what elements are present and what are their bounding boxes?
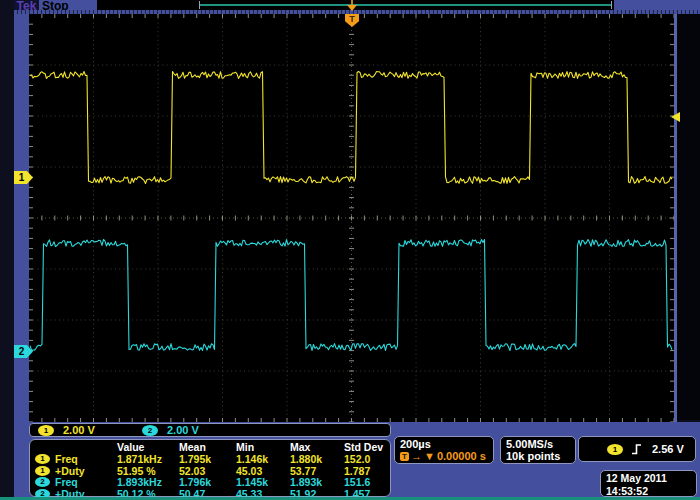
time-label: 14:53:52 (606, 485, 691, 498)
measurement-stddev: 152.0 (344, 453, 390, 465)
channel-1-badge: 1 (38, 425, 54, 436)
col-header-mean: Mean (179, 441, 236, 453)
right-margin-column (677, 14, 700, 420)
channel-scale-ch2: 22.00 V (142, 424, 238, 436)
oscilloscope-screen: Tek Stop 1 2 T 12.00 V22.00 V Value Mean… (0, 0, 700, 500)
measurement-name: Freq (55, 476, 78, 488)
measurement-min: 45.03 (236, 465, 290, 477)
measurement-name: Freq (55, 453, 78, 465)
datetime-box: 12 May 2011 14:53:52 (600, 470, 697, 497)
measurement-stddev: 151.6 (344, 476, 390, 488)
trigger-level-value: 2.56 V (652, 443, 684, 455)
channel-2-scale-value: 2.00 V (167, 424, 199, 436)
measurement-max: 53.77 (290, 465, 344, 477)
measurement-row-ch2-freq: 2Freq1.893kHz1.796k1.145k1.893k151.6 (35, 476, 390, 488)
left-margin-strip (14, 14, 29, 422)
channel-2-badge: 2 (142, 425, 158, 436)
horizontal-scale: 200µs (400, 438, 488, 450)
record-length: 10k points (506, 450, 570, 462)
measurement-table: Value Mean Min Max Std Dev 1Freq1.871kHz… (29, 439, 391, 497)
measurement-mean: 1.796k (179, 476, 236, 488)
measurement-stddev: 1.787 (344, 465, 390, 477)
col-header-min: Min (236, 441, 290, 453)
horizontal-readout-box: 200µs T→▼ 0.00000 s (394, 436, 494, 464)
channel-scale-bar: 12.00 V22.00 V (29, 423, 391, 437)
trigger-position-arrow-icon (345, 0, 359, 12)
acquisition-readout-box: 5.00MS/s 10k points (500, 436, 576, 464)
measurement-value: 1.893kHz (117, 476, 179, 488)
channel-scale-ch1: 12.00 V (38, 424, 134, 436)
col-header-max: Max (290, 441, 344, 453)
measurement-table-header: Value Mean Min Max Std Dev (35, 441, 390, 453)
trigger-readout-box: 1 2.56 V (578, 436, 696, 462)
col-header-value: Value (117, 441, 179, 453)
record-view-waveform-line (200, 4, 612, 6)
measurement-row-ch1-plusduty: 1+Duty51.95 %52.0345.0353.771.787 (35, 465, 390, 477)
measurement-max: 1.880k (290, 453, 344, 465)
measurement-mean: 52.03 (179, 465, 236, 477)
record-view-right-bracket (611, 1, 612, 9)
measurement-mean: 1.795k (179, 453, 236, 465)
measurement-min: 1.146k (236, 453, 290, 465)
measurement-value: 1.871kHz (117, 453, 179, 465)
channel-2-badge: 2 (35, 477, 50, 487)
rising-edge-icon (631, 443, 644, 455)
sample-rate: 5.00MS/s (506, 438, 570, 450)
horizontal-position: T→▼ 0.00000 s (400, 450, 488, 462)
record-view-left-bracket (199, 1, 200, 9)
date-label: 12 May 2011 (606, 472, 691, 485)
arrow-down-icon: ▼ (424, 450, 435, 462)
measurement-max: 1.893k (290, 476, 344, 488)
channel-1-scale-value: 2.00 V (63, 424, 95, 436)
channel-1-badge: 1 (35, 466, 50, 476)
measurement-name: +Duty (55, 465, 84, 477)
col-header-stddev: Std Dev (344, 441, 390, 453)
trigger-source-badge: 1 (607, 444, 623, 455)
waveform-plot (29, 14, 674, 422)
horizontal-position-value: 0.00000 s (437, 450, 486, 462)
arrow-right-icon: → (411, 450, 422, 462)
trigger-t-icon: T (400, 452, 409, 461)
measurement-value: 51.95 % (117, 465, 179, 477)
measurement-min: 1.145k (236, 476, 290, 488)
measurement-row-ch1-freq: 1Freq1.871kHz1.795k1.146k1.880k152.0 (35, 453, 390, 465)
channel-1-badge: 1 (35, 454, 50, 464)
